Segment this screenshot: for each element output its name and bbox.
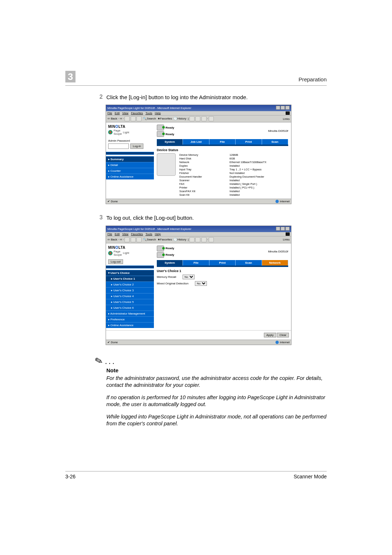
minolta-logo: MINOLTA	[108, 246, 152, 250]
note-paragraph-1: For the administrator password, use the …	[106, 375, 327, 389]
memory-recall-select[interactable]: No	[183, 275, 195, 279]
sidebar-item-online-assistance[interactable]: ▸ Online Assistance	[106, 174, 154, 179]
note-heading: Note	[106, 367, 327, 373]
logout-button[interactable]: Log-out	[108, 259, 123, 264]
footer-label: Scanner Mode	[294, 474, 327, 479]
panel-title: Device Status	[157, 148, 288, 152]
sidebar-uc5[interactable]: ▸ User's Choice 5	[106, 299, 154, 305]
tab-file[interactable]: File	[209, 139, 236, 145]
tab-scan[interactable]: Scan	[262, 139, 288, 145]
memory-recall-label: Memory Recall	[157, 275, 176, 279]
apply-button[interactable]: Apply	[264, 333, 276, 337]
sidebar-uc6[interactable]: ▸ User's Choice 6	[106, 305, 154, 311]
sidebar-online-assistance[interactable]: ▸ Online Assistance	[106, 322, 154, 328]
tab-print[interactable]: Print	[209, 260, 236, 266]
mixed-original-select[interactable]: No	[195, 281, 207, 286]
window-title: Minolta PageScope Light for Di3510f - Mi…	[107, 106, 191, 110]
tab-print[interactable]: Print	[236, 139, 262, 145]
printer-icon	[157, 246, 164, 251]
statusbar-done: ✔ Done	[107, 341, 118, 344]
status-ready: Ready	[166, 126, 174, 129]
login-button[interactable]: Log-in	[130, 143, 143, 149]
menu-bar[interactable]: FileEditViewFavoritesToolsHelp	[107, 112, 163, 115]
statusbar-internet: Internet	[275, 200, 290, 203]
status-ready: Ready	[166, 247, 174, 250]
step-text-2: Click the [Log-in] button to log into th…	[106, 94, 248, 101]
note-dots: ...	[105, 357, 116, 366]
toolbar[interactable]: ⇦ Back · ⇨ · 🔍Search ★Favorites 🕑History…	[107, 116, 214, 121]
status-ready: Ready	[166, 133, 174, 136]
sidebar-uc1[interactable]: ▸ User's Choice 1	[106, 276, 154, 281]
step-text-3: To log out, click the [Log-out] button.	[106, 214, 194, 222]
window-buttons[interactable]	[275, 227, 290, 231]
chapter-number: 3	[65, 71, 75, 82]
globe-icon	[275, 200, 279, 203]
status-ready: Ready	[166, 253, 174, 256]
sidebar-item-counter[interactable]: ▸ Counter	[106, 168, 154, 174]
tab-scan[interactable]: Scan	[236, 260, 262, 266]
header-rule	[65, 85, 327, 86]
note-paragraph-3: While logged into PageScope Light in Adm…	[106, 413, 327, 428]
window-title: Minolta PageScope Light for Di3510f - Mi…	[107, 227, 191, 231]
printer-icon	[157, 125, 164, 130]
printer-icon	[157, 252, 164, 258]
step-number-3: 3	[96, 214, 103, 221]
sidebar-uc2[interactable]: ▸ User's Choice 2	[106, 281, 154, 287]
panel-title: User's Choice 1	[157, 269, 288, 273]
tab-network[interactable]: Network	[262, 260, 288, 266]
model-label: Minolta Di3510f	[268, 129, 288, 133]
sidebar-uc4[interactable]: ▸ User's Choice 4	[106, 293, 154, 299]
globe-icon	[275, 341, 279, 344]
admin-password-label: Admin Password	[108, 139, 152, 142]
note-icon: ✎	[93, 354, 104, 367]
tab-file[interactable]: File	[183, 260, 209, 266]
device-status-table: Device Memory128MB Hard Disk6GB NetworkE…	[179, 153, 288, 197]
gear-icon	[108, 251, 113, 255]
toolbar[interactable]: ⇦ Back · ⇨ · 🔍Search ★Favorites 🕑History…	[107, 237, 214, 242]
sidebar-preference[interactable]: ▸ Preference	[106, 316, 154, 322]
sidebar-uc3[interactable]: ▸ User's Choice 3	[106, 287, 154, 293]
chapter-title: Preparation	[298, 76, 327, 82]
note-paragraph-2: If no operation is performed for 10 minu…	[106, 394, 327, 408]
gear-icon	[108, 130, 113, 134]
mixed-original-label: Mixed Original Detection	[157, 282, 188, 285]
sidebar-admin-mgmt[interactable]: ▸ Administrator Management	[106, 311, 154, 316]
menu-bar[interactable]: FileEditViewFavoritesToolsHelp	[107, 232, 163, 236]
step-number-2: 2	[96, 94, 103, 100]
tab-system[interactable]: System	[157, 260, 183, 266]
sidebar-item-summary[interactable]: ▸ Summary	[106, 156, 154, 162]
sidebar-item-detail[interactable]: ▸ Detail	[106, 162, 154, 168]
statusbar-done: ✔ Done	[107, 200, 118, 203]
sidebar-users-choice[interactable]: ▾ User's Choice	[106, 270, 154, 276]
statusbar-internet: Internet	[275, 341, 290, 344]
tab-joblist[interactable]: Job List	[183, 139, 209, 145]
window-buttons[interactable]	[275, 106, 290, 110]
clear-button[interactable]: Clear	[277, 333, 289, 337]
admin-password-input[interactable]	[108, 143, 129, 149]
printer-icon	[157, 131, 164, 137]
model-label: Minolta Di3510f	[268, 250, 288, 253]
screenshot-logout: Minolta PageScope Light for Di3510f - Mi…	[106, 226, 291, 345]
links-label[interactable]: Links	[283, 117, 290, 121]
minolta-logo: MINOLTA	[108, 125, 152, 129]
pagescope-light-logo: PageScopeLight	[108, 250, 152, 256]
device-image	[157, 153, 176, 176]
links-label[interactable]: Links	[283, 238, 290, 241]
pagescope-light-logo: PageScopeLight	[108, 129, 152, 135]
screenshot-login: Minolta PageScope Light for Di3510f - Mi…	[106, 105, 291, 204]
tab-system[interactable]: System	[157, 139, 183, 145]
page-number: 3-26	[65, 474, 75, 479]
